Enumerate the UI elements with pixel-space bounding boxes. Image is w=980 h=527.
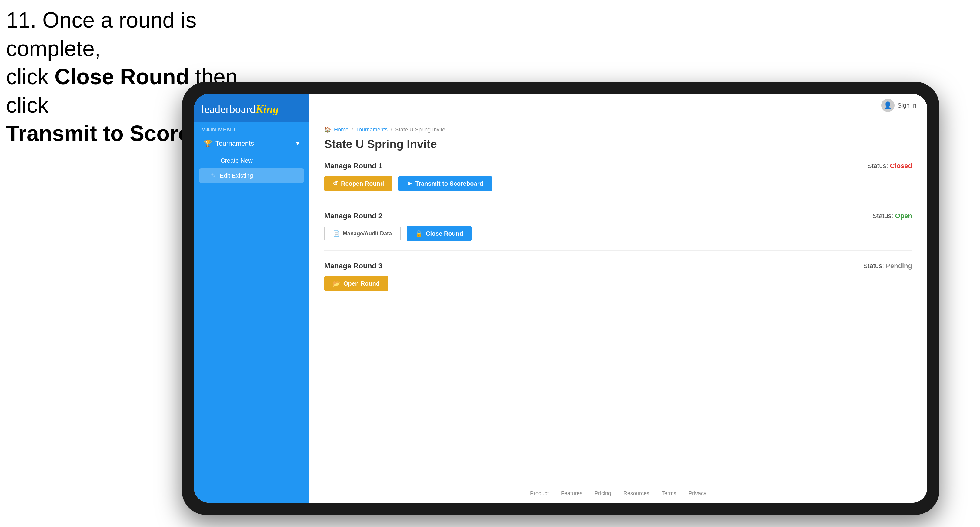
round-2-section: Manage Round 2 Status: Open 📄 Manage/Aud… — [324, 212, 912, 251]
instruction-line1: 11. Once a round is complete, — [6, 8, 196, 60]
breadcrumb: 🏠 Home / Tournaments / State U Spring In… — [324, 126, 912, 133]
user-avatar: 👤 — [881, 99, 894, 112]
round-3-section: Manage Round 3 Status: Pending 📂 Open Ro… — [324, 262, 912, 300]
round-2-status: Status: Open — [872, 212, 912, 220]
folder-open-icon: 📂 — [333, 280, 340, 287]
round-2-actions: 📄 Manage/Audit Data 🔒 Close Round — [324, 225, 912, 241]
sidebar-sub-items: ＋ Create New ✎ Edit Existing — [199, 153, 304, 183]
tablet-screen: leaderboardKing MAIN MENU 🏆 Tournaments … — [194, 94, 927, 503]
tablet-device: leaderboardKing MAIN MENU 🏆 Tournaments … — [182, 82, 939, 515]
manage-audit-button[interactable]: 📄 Manage/Audit Data — [324, 225, 401, 241]
footer: Product Features Pricing Resources Terms… — [309, 484, 927, 503]
sidebar-item-create-new[interactable]: ＋ Create New — [199, 153, 304, 168]
round-2-label: Manage Round 2 — [324, 212, 382, 220]
round-3-header: Manage Round 3 Status: Pending — [324, 262, 912, 270]
round-3-status: Status: Pending — [863, 262, 912, 270]
trophy-icon: 🏆 — [204, 140, 212, 148]
plus-icon: ＋ — [211, 157, 217, 165]
transmit-scoreboard-button[interactable]: ➤ Transmit to Scoreboard — [398, 176, 492, 191]
round-2-header: Manage Round 2 Status: Open — [324, 212, 912, 220]
logo-leaderboard: leaderboard — [201, 103, 255, 115]
main-menu-label: MAIN MENU — [199, 127, 304, 135]
breadcrumb-home-icon: 🏠 — [324, 126, 331, 133]
logo-king: King — [255, 103, 278, 115]
sidebar: leaderboardKing MAIN MENU 🏆 Tournaments … — [194, 94, 309, 503]
breadcrumb-home-link[interactable]: Home — [334, 127, 348, 133]
round-3-actions: 📂 Open Round — [324, 276, 912, 291]
main-content: 👤 Sign In 🏠 Home / Tournaments / State U… — [309, 94, 927, 503]
close-round-button[interactable]: 🔒 Close Round — [407, 225, 471, 241]
sidebar-item-tournaments[interactable]: 🏆 Tournaments ▾ — [199, 135, 304, 152]
round-3-label: Manage Round 3 — [324, 262, 382, 270]
sign-in-label: Sign In — [897, 102, 916, 109]
edit-icon: ✎ — [211, 172, 216, 179]
reopen-round-button[interactable]: ↺ Reopen Round — [324, 176, 393, 191]
footer-features[interactable]: Features — [561, 490, 582, 497]
sidebar-tournaments-label: Tournaments — [215, 140, 254, 148]
refresh-icon: ↺ — [333, 180, 338, 187]
file-icon: 📄 — [333, 230, 340, 237]
app-container: leaderboardKing MAIN MENU 🏆 Tournaments … — [194, 94, 927, 503]
footer-terms[interactable]: Terms — [662, 490, 676, 497]
round-1-header: Manage Round 1 Status: Closed — [324, 162, 912, 170]
breadcrumb-tournaments-link[interactable]: Tournaments — [356, 127, 388, 133]
round-2-status-value: Open — [895, 212, 912, 220]
content-area: 🏠 Home / Tournaments / State U Spring In… — [309, 117, 927, 484]
chevron-down-icon: ▾ — [296, 140, 299, 148]
round-3-status-value: Pending — [886, 262, 912, 270]
round-1-section: Manage Round 1 Status: Closed ↺ Reopen R… — [324, 162, 912, 201]
breadcrumb-current: State U Spring Invite — [395, 127, 445, 133]
round-1-status-value: Closed — [890, 162, 912, 170]
sidebar-create-new-label: Create New — [221, 157, 253, 164]
round-1-status: Status: Closed — [867, 162, 912, 170]
sidebar-edit-existing-label: Edit Existing — [220, 172, 253, 179]
footer-product[interactable]: Product — [530, 490, 549, 497]
round-1-label: Manage Round 1 — [324, 162, 382, 170]
sidebar-main-menu: MAIN MENU 🏆 Tournaments ▾ ＋ Create New — [194, 122, 309, 185]
sign-in-button[interactable]: 👤 Sign In — [881, 99, 916, 112]
round-1-actions: ↺ Reopen Round ➤ Transmit to Scoreboard — [324, 176, 912, 191]
sidebar-logo: leaderboardKing — [194, 94, 309, 122]
sidebar-item-edit-existing[interactable]: ✎ Edit Existing — [199, 168, 304, 183]
page-title: State U Spring Invite — [324, 138, 912, 151]
lock-icon: 🔒 — [415, 230, 423, 237]
open-round-button[interactable]: 📂 Open Round — [324, 276, 388, 291]
footer-pricing[interactable]: Pricing — [595, 490, 611, 497]
top-nav: 👤 Sign In — [309, 94, 927, 117]
send-icon: ➤ — [407, 180, 412, 187]
footer-resources[interactable]: Resources — [623, 490, 649, 497]
footer-privacy[interactable]: Privacy — [689, 490, 706, 497]
